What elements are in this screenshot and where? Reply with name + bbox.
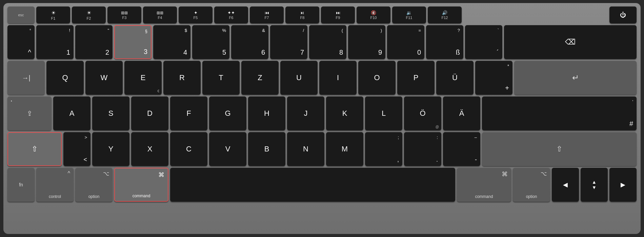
key-j[interactable]: J [287, 96, 324, 130]
key-n[interactable]: N [287, 132, 324, 166]
f2-label: F2 [87, 16, 91, 20]
key-f6[interactable]: ✦✦ F6 [214, 6, 248, 23]
key-shift-left[interactable]: ⇧ [7, 132, 62, 166]
key-d[interactable]: D [131, 96, 168, 130]
key-b[interactable]: B [248, 132, 285, 166]
key-control[interactable]: ^ control [36, 168, 74, 202]
key-k[interactable]: K [326, 96, 363, 130]
key-capslock[interactable]: • ⇪ [7, 96, 52, 130]
key-u[interactable]: U [280, 61, 318, 95]
comma-bottom: , [397, 156, 399, 163]
key-z[interactable]: Z [241, 61, 279, 95]
oe-sublabel: @ [436, 125, 439, 129]
comma-top: ; [398, 135, 399, 140]
key-fn[interactable]: fn [7, 168, 35, 202]
e-label: E [141, 73, 146, 82]
arrow-up-icon: ▲ [592, 179, 597, 185]
key-arrow-right[interactable]: ▶ [609, 168, 637, 202]
key-f8[interactable]: ⏯ F8 [285, 6, 319, 23]
key-a[interactable]: A [53, 96, 90, 130]
key-x[interactable]: X [131, 132, 168, 166]
g-label: G [225, 109, 230, 118]
key-t[interactable]: T [202, 61, 240, 95]
key-enter[interactable]: ↵ [514, 61, 637, 95]
key-ae[interactable]: Ä [443, 96, 480, 130]
key-5[interactable]: % 5 [192, 25, 229, 59]
key-esc[interactable]: esc [7, 6, 35, 23]
key-f12[interactable]: 🔊 F12 [428, 6, 462, 23]
key-f10[interactable]: 🔇 F10 [357, 6, 390, 23]
key-6[interactable]: & 6 [231, 25, 268, 59]
key-1[interactable]: ! 1 [36, 25, 74, 59]
key-tab[interactable]: →| [7, 61, 45, 95]
u-label: U [296, 73, 302, 82]
key-9[interactable]: ) 9 [348, 25, 385, 59]
key-7[interactable]: / 7 [270, 25, 307, 59]
key-less[interactable]: > < [63, 132, 90, 166]
option-right-top: ⌥ [541, 170, 547, 177]
key-period[interactable]: : . [404, 132, 441, 166]
key-shift-right[interactable]: ⇧ [482, 132, 637, 166]
key-r[interactable]: R [163, 61, 201, 95]
key-option-left[interactable]: ⌥ option [75, 168, 113, 202]
q-label: Q [62, 73, 68, 82]
key-o[interactable]: O [358, 61, 396, 95]
hash-bottom: # [629, 120, 633, 128]
key9-bottom: 9 [378, 49, 382, 56]
key-s[interactable]: S [92, 96, 129, 130]
key0-bottom: 0 [417, 49, 421, 56]
key-arrow-up-down[interactable]: ▲ ▼ [581, 168, 608, 202]
key-ss[interactable]: ? ß [426, 25, 463, 59]
key-backspace[interactable]: ⌫ [504, 25, 637, 59]
key-8[interactable]: ( 8 [309, 25, 346, 59]
key-plus[interactable]: * + [475, 61, 512, 95]
key-f7[interactable]: ⏮ F7 [250, 6, 284, 23]
ss-bottom: ß [456, 49, 460, 56]
key-command-right[interactable]: ⌘ command [457, 168, 511, 202]
key-hash[interactable]: ' # [482, 96, 637, 130]
key-f9[interactable]: ⏭ F9 [321, 6, 355, 23]
key-p[interactable]: P [397, 61, 435, 95]
key-f11[interactable]: 🔉 F11 [392, 6, 426, 23]
key-m[interactable]: M [326, 132, 363, 166]
key-minus[interactable]: – - [443, 132, 480, 166]
key-c[interactable]: C [170, 132, 207, 166]
v-label: V [225, 145, 230, 153]
key-f5[interactable]: ✦ F5 [179, 6, 213, 23]
key-backtick[interactable]: ° ^ [7, 25, 35, 59]
key-f2[interactable]: ☀ F2 [72, 6, 106, 23]
key-w[interactable]: W [85, 61, 123, 95]
key-h[interactable]: H [248, 96, 285, 130]
backtick-bottom: ^ [28, 49, 31, 56]
key5-top: % [222, 28, 226, 33]
acute-top: ` [498, 28, 499, 33]
key-l[interactable]: L [365, 96, 402, 130]
key-space[interactable] [170, 168, 455, 202]
key-command-left[interactable]: ⌘ command [114, 168, 168, 202]
key-power[interactable]: ⏻ [609, 6, 637, 23]
key-f1[interactable]: ☀ F1 [36, 6, 70, 23]
key-q[interactable]: Q [46, 61, 84, 95]
key-oe[interactable]: Ö @ [404, 96, 441, 130]
key-4[interactable]: $ 4 [153, 25, 190, 59]
r-label: R [179, 73, 185, 82]
plus-bottom: + [505, 84, 509, 92]
key-g[interactable]: G [209, 96, 246, 130]
key-v[interactable]: V [209, 132, 246, 166]
key-f4[interactable]: ⊞⊞ F4 [143, 6, 177, 23]
key-2[interactable]: " 2 [75, 25, 113, 59]
key-0[interactable]: = 0 [387, 25, 424, 59]
key-acute[interactable]: ` ´ [465, 25, 502, 59]
key-comma[interactable]: ; , [365, 132, 402, 166]
key-arrow-left[interactable]: ◀ [552, 168, 579, 202]
key-ue[interactable]: Ü [436, 61, 474, 95]
key-y[interactable]: Y [92, 132, 129, 166]
key-f[interactable]: F [170, 96, 207, 130]
key-option-right[interactable]: ⌥ option [513, 168, 550, 202]
key-f3[interactable]: ⊞⊞ F3 [107, 6, 141, 23]
key-i[interactable]: I [319, 61, 357, 95]
capslock-label: ⇪ [27, 109, 33, 117]
key-e[interactable]: E € [124, 61, 162, 95]
key-3[interactable]: § 3 [114, 25, 152, 59]
f11-icon: 🔉 [406, 10, 412, 15]
